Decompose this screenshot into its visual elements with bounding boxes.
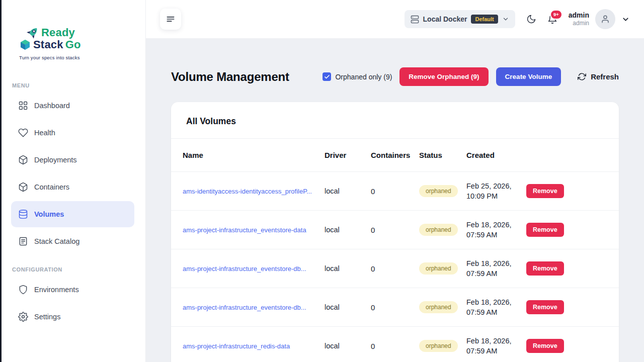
table-header-row: Name Driver Containers Status Created [171, 139, 619, 172]
default-badge: Default [471, 15, 498, 24]
status-badge: orphaned [419, 262, 458, 275]
volume-name-link[interactable]: ams-project-infrastructure_eventstore-db… [183, 265, 325, 273]
page-header: Volume Management Orphaned only (9) Remo… [171, 67, 619, 86]
orphaned-only-checkbox[interactable] [323, 72, 331, 81]
brand-name-stack: Stack [33, 38, 63, 51]
moon-icon [526, 14, 536, 24]
orphaned-only-label: Orphaned only (9) [335, 73, 392, 81]
col-name: Name [171, 139, 325, 172]
server-icon [411, 15, 419, 24]
sidebar-item-label: Volumes [34, 210, 64, 218]
volume-created: Feb 25, 2026, 10:09 PM [466, 172, 526, 211]
brand-tagline: Turn your specs into stacks [19, 55, 96, 60]
table-row: ams-project-infrastructure_redis-dataloc… [171, 327, 619, 362]
menu-icon [166, 14, 176, 24]
volume-driver: local [325, 211, 371, 249]
volume-name-link[interactable]: ams-project-infrastructure_redis-data [183, 342, 325, 350]
package-icon [18, 155, 28, 165]
create-volume-button[interactable]: Create Volume [496, 67, 561, 86]
volume-containers: 0 [371, 172, 419, 211]
grid-icon [18, 101, 28, 111]
catalog-icon [18, 236, 28, 246]
volume-driver: local [325, 249, 371, 288]
col-driver: Driver [325, 139, 371, 172]
main-content: Volume Management Orphaned only (9) Remo… [146, 38, 644, 362]
brand-name-ready: Ready [41, 26, 75, 39]
sidebar-nav: MENUDashboardHealthDeploymentsContainers… [0, 82, 145, 330]
refresh-icon [578, 72, 586, 81]
refresh-button[interactable]: Refresh [578, 72, 619, 81]
user-name: admin [569, 11, 589, 20]
sidebar-item-label: Environments [34, 286, 79, 294]
sidebar-toggle-button[interactable] [160, 9, 181, 30]
chevron-down-icon [502, 16, 509, 23]
volume-created: Feb 18, 2026, 07:59 AM [466, 327, 526, 362]
col-created: Created [466, 139, 526, 172]
chevron-down-icon [621, 15, 630, 24]
status-badge: orphaned [419, 340, 458, 352]
status-badge: orphaned [419, 224, 458, 236]
col-containers: Containers [371, 139, 419, 172]
table-row: ams-project-infrastructure_eventstore-db… [171, 249, 619, 288]
sidebar-item-settings[interactable]: Settings [11, 304, 134, 330]
shield-icon [18, 285, 28, 295]
remove-volume-button[interactable]: Remove [526, 339, 564, 353]
app: Ready StackGo Turn your specs into stack… [0, 0, 644, 362]
dark-mode-toggle[interactable] [526, 14, 536, 24]
sidebar-item-deployments[interactable]: Deployments [11, 147, 134, 173]
sidebar-item-stack-catalog[interactable]: Stack Catalog [11, 228, 134, 254]
volume-driver: local [325, 288, 371, 327]
cube-logo-icon [19, 39, 31, 51]
volume-created: Feb 18, 2026, 07:59 AM [466, 211, 526, 249]
user-icon [601, 15, 610, 24]
refresh-label: Refresh [591, 72, 619, 81]
status-badge: orphaned [419, 185, 458, 197]
sidebar-item-environments[interactable]: Environments [11, 277, 134, 303]
card-title: All Volumes [171, 102, 619, 138]
table-row: ams-project-infrastructure_eventstore-da… [171, 211, 619, 249]
sidebar-item-label: Stack Catalog [34, 237, 79, 245]
sidebar-section-label: CONFIGURATION [12, 266, 133, 273]
user-role: admin [569, 20, 589, 27]
sidebar: Ready StackGo Turn your specs into stack… [0, 0, 146, 362]
sidebar-item-label: Dashboard [34, 102, 70, 110]
col-status: Status [419, 139, 466, 172]
sidebar-item-label: Settings [34, 313, 60, 321]
sidebar-section-label: MENU [12, 82, 133, 88]
remove-orphaned-button[interactable]: Remove Orphaned (9) [399, 67, 488, 86]
notifications-button[interactable]: 9+ [547, 14, 557, 24]
database-icon [18, 209, 28, 219]
check-icon [324, 74, 330, 80]
table-row: ams-project-infrastructure_eventstore-db… [171, 288, 619, 327]
avatar [595, 9, 615, 29]
remove-volume-button[interactable]: Remove [526, 261, 564, 276]
volume-containers: 0 [371, 288, 419, 327]
docker-context-selector[interactable]: Local Docker Default [405, 10, 515, 28]
user-menu[interactable]: admin admin [569, 9, 630, 29]
window-edge [0, 0, 2, 362]
volume-driver: local [325, 327, 371, 362]
sidebar-item-health[interactable]: Health [11, 120, 134, 146]
table-row: ams-identityaccess-identityaccess_profil… [171, 172, 619, 211]
sidebar-item-label: Deployments [34, 156, 77, 164]
status-badge: orphaned [419, 301, 458, 313]
sidebar-item-dashboard[interactable]: Dashboard [11, 93, 134, 119]
sidebar-item-label: Containers [34, 183, 69, 191]
heart-icon [18, 128, 28, 138]
volume-name-link[interactable]: ams-identityaccess-identityaccess_profil… [183, 188, 325, 195]
sidebar-item-containers[interactable]: Containers [11, 174, 134, 200]
remove-volume-button[interactable]: Remove [526, 300, 564, 314]
gear-icon [18, 312, 28, 322]
orphaned-only-filter[interactable]: Orphaned only (9) [323, 72, 392, 81]
brand-name-go: Go [65, 38, 81, 51]
volume-containers: 0 [371, 211, 419, 249]
volume-name-link[interactable]: ams-project-infrastructure_eventstore-db… [183, 304, 325, 311]
volume-name-link[interactable]: ams-project-infrastructure_eventstore-da… [183, 226, 325, 234]
volume-containers: 0 [371, 327, 419, 362]
sidebar-item-volumes[interactable]: Volumes [11, 201, 134, 227]
volume-created: Feb 18, 2026, 07:59 AM [466, 288, 526, 327]
remove-volume-button[interactable]: Remove [526, 184, 564, 198]
volume-driver: local [325, 172, 371, 211]
topbar: Local Docker Default 9+ [146, 0, 644, 38]
remove-volume-button[interactable]: Remove [526, 223, 564, 237]
